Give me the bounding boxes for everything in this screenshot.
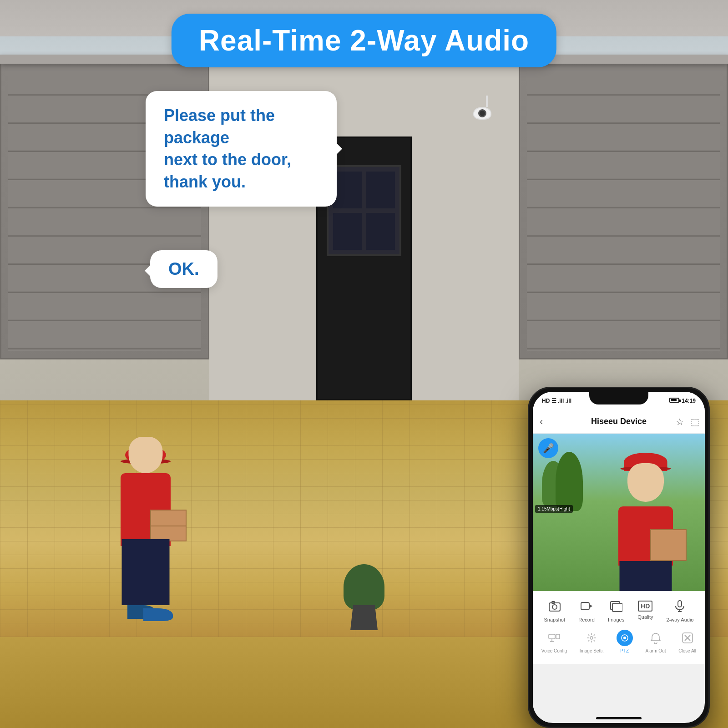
star-icon[interactable]: ☆ <box>676 416 684 427</box>
battery-level <box>669 398 679 404</box>
image-settings-label: Image Setti. <box>580 648 604 653</box>
image-settings-icon <box>583 630 600 646</box>
phone-screen: HD ☰ .ill .ill 14:19 ‹ Hiseeu Device ☆ ⬚… <box>533 392 705 723</box>
feed-tree-2 <box>556 452 583 511</box>
ptz-icon <box>617 630 633 646</box>
controls-row-1: Snapshot Record <box>533 591 705 625</box>
delivery-person <box>100 410 191 637</box>
svg-rect-3 <box>581 602 589 610</box>
record-button[interactable]: Record <box>578 598 595 622</box>
svg-rect-11 <box>549 634 555 639</box>
svg-rect-8 <box>678 601 682 607</box>
ptz-button[interactable]: PTZ <box>617 630 633 653</box>
quality-label: Quality <box>637 614 653 620</box>
status-right: 14:19 <box>669 398 696 404</box>
ptz-label: PTZ <box>620 648 629 653</box>
plant-pot <box>350 605 378 630</box>
title-text: Real-Time 2-Way Audio <box>199 24 529 57</box>
phone-mockup: HD ☰ .ill .ill 14:19 ‹ Hiseeu Device ☆ ⬚… <box>528 387 710 728</box>
garage-door-right <box>519 59 728 359</box>
voice-config-icon <box>546 630 562 646</box>
feed-box <box>650 529 687 561</box>
door-pane-3 <box>332 212 363 251</box>
controls-row-2: Voice Config Image Setti. <box>533 625 705 656</box>
quality-icon: HD <box>638 601 652 612</box>
alarm-out-icon <box>647 630 664 646</box>
microphone-button[interactable]: 🎤 <box>538 438 558 458</box>
potted-plant <box>341 566 387 630</box>
twoway-audio-button[interactable]: 2-way Audio <box>667 598 694 622</box>
snapshot-icon <box>546 598 563 614</box>
voice-config-button[interactable]: Voice Config <box>541 630 567 653</box>
door-pane-1 <box>332 171 363 209</box>
images-icon <box>608 598 624 614</box>
snapshot-button[interactable]: Snapshot <box>544 598 565 622</box>
svg-marker-4 <box>590 604 592 608</box>
images-button[interactable]: Images <box>608 598 624 622</box>
feed-delivery-person <box>600 452 691 602</box>
app-header: ‹ Hiseeu Device ☆ ⬚ <box>533 410 705 434</box>
status-time: 14:19 <box>682 398 696 404</box>
twoway-audio-icon <box>672 598 688 614</box>
camera-body <box>473 107 491 120</box>
app-title: Hiseeu Device <box>591 417 647 426</box>
door-window <box>327 165 401 256</box>
svg-rect-14 <box>556 634 560 639</box>
camera-feed <box>533 434 705 602</box>
door-pane-2 <box>365 171 396 209</box>
svg-point-17 <box>623 637 626 639</box>
bitrate-text: 1.15Mbps(High) <box>538 506 570 511</box>
person-shoe-right <box>143 608 173 621</box>
bitrate-badge: 1.15Mbps(High) <box>535 505 573 513</box>
close-all-button[interactable]: Close All <box>678 630 696 653</box>
speech-bubble-person-text: OK. <box>168 259 199 279</box>
svg-rect-6 <box>612 603 622 612</box>
alarm-out-button[interactable]: Alarm Out <box>645 630 666 653</box>
person-package <box>150 510 187 541</box>
images-label: Images <box>608 617 624 622</box>
image-settings-button[interactable]: Image Setti. <box>580 630 604 653</box>
speech-bubble-from-camera: Please put the package next to the door,… <box>146 91 337 207</box>
person-pants <box>122 539 170 605</box>
svg-rect-0 <box>549 603 560 611</box>
status-left: HD ☰ .ill .ill <box>542 398 571 404</box>
header-icons: ☆ ⬚ <box>676 416 699 427</box>
cast-icon[interactable]: ⬚ <box>691 416 699 427</box>
title-badge: Real-Time 2-Way Audio <box>172 14 556 67</box>
battery-icon <box>669 398 679 403</box>
svg-point-15 <box>590 637 593 639</box>
quality-button[interactable]: HD Quality <box>637 601 653 620</box>
back-button[interactable]: ‹ <box>540 416 543 428</box>
phone-notch <box>589 392 648 404</box>
plant-foliage <box>344 564 384 610</box>
twoway-audio-label: 2-way Audio <box>667 617 694 622</box>
close-all-label: Close All <box>678 648 696 653</box>
battery-fill <box>671 399 677 401</box>
alarm-out-label: Alarm Out <box>645 648 666 653</box>
security-camera <box>473 107 500 127</box>
bottom-controls: Snapshot Record <box>533 591 705 664</box>
person-head <box>129 437 163 473</box>
svg-point-1 <box>552 605 557 609</box>
door-pane-4 <box>365 212 396 251</box>
camera-lens <box>478 109 486 117</box>
snapshot-label: Snapshot <box>544 617 565 622</box>
speech-bubble-camera-text: Please put the package next to the door,… <box>164 105 318 193</box>
home-bar <box>596 717 642 719</box>
camera-mount <box>486 96 488 107</box>
person-body <box>100 410 191 637</box>
voice-config-label: Voice Config <box>541 648 567 653</box>
mic-icon: 🎤 <box>543 443 554 454</box>
record-icon <box>578 598 595 614</box>
feed-person-head <box>627 463 664 502</box>
close-all-icon <box>679 630 696 646</box>
record-label: Record <box>578 617 594 622</box>
speech-bubble-from-person: OK. <box>150 250 217 288</box>
